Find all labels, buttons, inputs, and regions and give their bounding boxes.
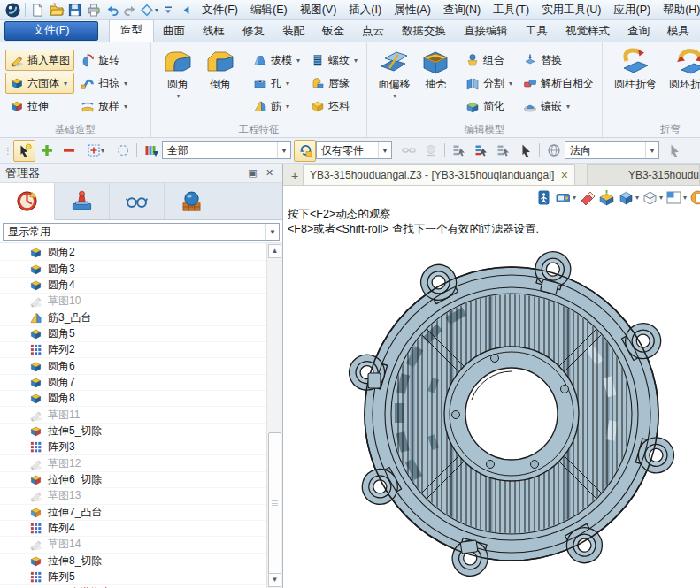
lip-button[interactable]: 唇缘 <box>306 73 362 94</box>
box-button[interactable]: 六面体▾ <box>5 73 74 94</box>
face-offset-button[interactable]: 面偏移▾ <box>373 47 416 103</box>
pick-list-all-button[interactable] <box>492 140 514 162</box>
tree-item[interactable]: 草图10 <box>0 294 267 309</box>
tree-item[interactable]: 草图14 <box>0 537 267 553</box>
scroll-down-button[interactable]: ▼ <box>268 573 281 587</box>
tree-item[interactable]: 拉伸6_切除 <box>0 472 267 488</box>
tab-history-manager[interactable] <box>0 183 55 220</box>
tree-item[interactable]: 拉伸7_凸台 <box>0 505 267 521</box>
customize-quick-access-button[interactable] <box>158 1 177 19</box>
tree-item[interactable]: 圆角2 <box>0 245 267 261</box>
undo-button[interactable] <box>103 1 121 19</box>
chain-pick-button[interactable] <box>397 140 419 162</box>
file-tab-button[interactable]: 文件(F) <box>4 21 98 41</box>
tree-item[interactable]: 筋3_凸台 <box>0 309 267 325</box>
entity-filter-combo[interactable]: 全部▼ <box>162 141 291 159</box>
insert-sketch-button[interactable]: 插入草图 <box>5 50 74 71</box>
torus-bend-button[interactable]: 圆环折弯 <box>663 47 700 90</box>
panel-close-button[interactable]: ✕ <box>262 166 277 179</box>
tab-surface[interactable]: 曲面 <box>154 20 194 42</box>
open-file-button[interactable] <box>47 1 65 19</box>
save-button[interactable] <box>65 1 84 19</box>
chevron-down-icon[interactable]: ▼ <box>265 224 279 240</box>
sweep-button[interactable]: 扫掠▾ <box>76 73 132 94</box>
sphere-pick-button[interactable] <box>419 140 442 162</box>
tab-shape[interactable]: 造型 <box>109 19 154 42</box>
pick-box-button[interactable]: ▾ <box>80 140 112 162</box>
chevron-down-icon[interactable]: ▼ <box>645 142 658 158</box>
new-file-button[interactable] <box>28 1 47 19</box>
redo-button[interactable] <box>121 1 140 19</box>
close-tab-icon[interactable]: ✕ <box>560 170 568 181</box>
smart-pick-button[interactable] <box>13 140 35 162</box>
tree-scrollbar[interactable]: ▲ ▼ <box>266 243 282 588</box>
inlay-button[interactable]: 镶嵌▾ <box>519 95 598 117</box>
tab-pointcloud[interactable]: 点云 <box>353 20 393 42</box>
cylinder-bend-button[interactable]: 圆柱折弯 <box>608 47 663 90</box>
replace-button[interactable]: 替换 <box>519 50 598 71</box>
shell-button[interactable]: 抽壳 <box>416 47 456 90</box>
menu-inquire[interactable]: 查询(N) <box>437 1 487 19</box>
scroll-thumb[interactable] <box>268 432 281 577</box>
tree-item[interactable]: 圆角4 <box>0 278 267 294</box>
menu-utilities[interactable]: 实用工具(U) <box>535 1 607 19</box>
tree-item[interactable]: 拉伸8_切除 <box>0 554 267 569</box>
tab-assembly-manager[interactable] <box>55 183 110 219</box>
collapse-toolbar-button[interactable] <box>177 1 196 19</box>
print-button[interactable] <box>84 1 103 19</box>
tab-visual-manager[interactable] <box>165 183 219 219</box>
render-settings-button[interactable]: ▾ <box>554 188 577 207</box>
inactive-cursor-button[interactable] <box>663 140 685 162</box>
chamfer-button[interactable]: 倒角 <box>199 47 242 90</box>
viewport-layout-button[interactable]: ▾ <box>665 188 688 207</box>
tree-item[interactable]: 拉伸5_切除 <box>0 424 267 439</box>
new-tab-button[interactable]: + <box>287 167 303 185</box>
add-selection-button[interactable] <box>35 140 58 162</box>
color-filter-button[interactable] <box>140 140 162 162</box>
tree-item[interactable]: 草图13 <box>0 488 267 504</box>
pick-from-list-button[interactable] <box>294 140 316 162</box>
remove-selection-button[interactable] <box>58 140 80 162</box>
thread-button[interactable]: 螺纹▾ <box>306 50 362 71</box>
tab-data-exchange[interactable]: 数据交换 <box>393 20 455 42</box>
wireframe-display-button[interactable]: ▾ <box>641 188 664 207</box>
toolbar-grip[interactable]: ⋮ <box>4 146 12 156</box>
tree-item[interactable]: 草图12 <box>0 455 267 471</box>
model-3d-view[interactable] <box>333 241 690 588</box>
menu-help[interactable]: 帮助(H) <box>657 1 700 19</box>
document-tab-other[interactable]: YB3-315houdu <box>587 164 700 185</box>
combine-button[interactable]: 组合 <box>461 50 517 71</box>
tab-visual-style[interactable]: 视觉样式 <box>557 20 619 42</box>
menu-insert[interactable]: 插入(I) <box>342 1 388 19</box>
menu-file[interactable]: 文件(F) <box>196 1 244 19</box>
menu-attributes[interactable]: 属性(A) <box>388 1 437 19</box>
display-filter-combo[interactable]: 显示常用▼ <box>3 223 280 241</box>
document-tab-active[interactable]: YB3-315houduangai.Z3 - [YB3-315houqiandu… <box>303 164 575 185</box>
tree-item[interactable]: 阵列5 <box>0 569 267 585</box>
tree-item[interactable]: 阵列3 <box>0 439 267 455</box>
pick-cursor-button[interactable] <box>514 140 536 162</box>
erase-button[interactable] <box>578 188 596 207</box>
menu-view[interactable]: 视图(V) <box>294 1 343 19</box>
stock-button[interactable]: 坯料 <box>306 95 362 117</box>
tree-item[interactable]: 阵列2 <box>0 342 267 358</box>
direction-combo[interactable]: 法向▼ <box>565 141 659 159</box>
revolve-button[interactable]: 旋转 <box>76 50 132 71</box>
lasso-pick-button[interactable] <box>112 140 134 162</box>
menu-tools[interactable]: 工具(T) <box>487 1 535 19</box>
tab-mold[interactable]: 模具 <box>658 20 698 42</box>
menu-edit[interactable]: 编辑(E) <box>244 1 294 19</box>
model-canvas[interactable]: 按下<F2>动态的观察 <F8>或者<Shift-roll> 查找下一个有效的过… <box>283 186 700 588</box>
chevron-down-icon[interactable]: ▼ <box>277 142 290 158</box>
hole-button[interactable]: 孔▾ <box>249 73 304 94</box>
panel-restore-button[interactable]: ▣ <box>245 166 260 179</box>
tab-wireframe[interactable]: 线框 <box>194 20 234 42</box>
orientation-button[interactable] <box>542 140 565 162</box>
tab-sheetmetal[interactable]: 钣金 <box>313 20 353 42</box>
tab-inquire[interactable]: 查询 <box>619 20 658 42</box>
regen-button[interactable]: ▾ <box>140 1 158 19</box>
menu-applications[interactable]: 应用(P) <box>607 1 657 19</box>
tree-item[interactable]: 草图11 <box>0 407 267 423</box>
tab-visibility-manager[interactable] <box>110 183 165 219</box>
tree-item[interactable]: 圆角3 <box>0 261 267 277</box>
